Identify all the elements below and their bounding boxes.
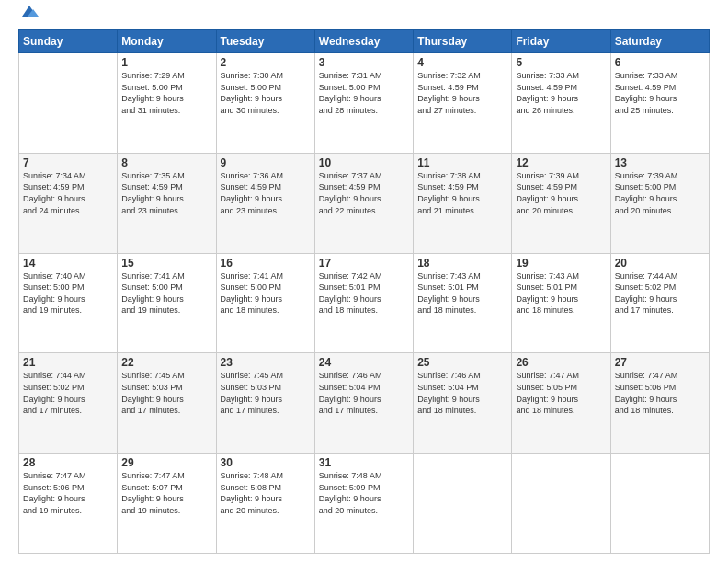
calendar-cell: 7Sunrise: 7:34 AMSunset: 4:59 PMDaylight… — [19, 153, 118, 253]
day-number: 16 — [221, 257, 311, 270]
calendar-cell: 10Sunrise: 7:37 AMSunset: 4:59 PMDayligh… — [314, 153, 413, 253]
day-info: Sunrise: 7:44 AMSunset: 5:02 PMDaylight:… — [23, 370, 113, 416]
day-info: Sunrise: 7:47 AMSunset: 5:06 PMDaylight:… — [615, 370, 705, 416]
calendar-cell: 20Sunrise: 7:44 AMSunset: 5:02 PMDayligh… — [610, 253, 709, 353]
day-info: Sunrise: 7:46 AMSunset: 5:04 PMDaylight:… — [319, 370, 409, 416]
header — [18, 15, 710, 20]
day-number: 14 — [23, 257, 113, 270]
weekday-header: Monday — [118, 30, 216, 53]
day-info: Sunrise: 7:45 AMSunset: 5:03 PMDaylight:… — [221, 370, 311, 416]
calendar-cell: 25Sunrise: 7:46 AMSunset: 5:04 PMDayligh… — [414, 353, 512, 454]
day-number: 24 — [319, 356, 409, 369]
day-info: Sunrise: 7:46 AMSunset: 5:04 PMDaylight:… — [417, 370, 507, 416]
day-info: Sunrise: 7:43 AMSunset: 5:01 PMDaylight:… — [417, 270, 507, 316]
day-info: Sunrise: 7:45 AMSunset: 5:03 PMDaylight:… — [121, 370, 211, 416]
day-info: Sunrise: 7:36 AMSunset: 4:59 PMDaylight:… — [221, 170, 311, 216]
day-number: 7 — [23, 156, 113, 169]
day-info: Sunrise: 7:48 AMSunset: 5:08 PMDaylight:… — [221, 470, 311, 516]
page: SundayMondayTuesdayWednesdayThursdayFrid… — [0, 0, 728, 563]
calendar-cell: 4Sunrise: 7:32 AMSunset: 4:59 PMDaylight… — [414, 53, 512, 154]
calendar-cell: 16Sunrise: 7:41 AMSunset: 5:00 PMDayligh… — [216, 253, 314, 353]
day-number: 1 — [121, 56, 211, 69]
calendar-cell: 24Sunrise: 7:46 AMSunset: 5:04 PMDayligh… — [314, 353, 413, 454]
day-number: 20 — [615, 257, 705, 270]
weekday-header: Saturday — [610, 30, 709, 53]
day-number: 11 — [417, 156, 507, 169]
calendar-cell: 6Sunrise: 7:33 AMSunset: 4:59 PMDaylight… — [610, 53, 709, 154]
calendar-cell — [512, 454, 610, 554]
day-info: Sunrise: 7:48 AMSunset: 5:09 PMDaylight:… — [319, 470, 409, 516]
day-number: 18 — [417, 257, 507, 270]
day-number: 4 — [417, 56, 507, 69]
day-info: Sunrise: 7:41 AMSunset: 5:00 PMDaylight:… — [221, 270, 311, 316]
calendar-cell: 22Sunrise: 7:45 AMSunset: 5:03 PMDayligh… — [118, 353, 216, 454]
calendar-cell: 3Sunrise: 7:31 AMSunset: 5:00 PMDaylight… — [314, 53, 413, 154]
day-info: Sunrise: 7:31 AMSunset: 5:00 PMDaylight:… — [319, 70, 409, 116]
calendar-cell: 11Sunrise: 7:38 AMSunset: 4:59 PMDayligh… — [414, 153, 512, 253]
day-number: 25 — [417, 356, 507, 369]
day-number: 26 — [516, 356, 606, 369]
calendar-cell: 23Sunrise: 7:45 AMSunset: 5:03 PMDayligh… — [216, 353, 314, 454]
logo-icon — [20, 2, 39, 20]
day-number: 30 — [221, 456, 311, 469]
calendar-cell: 27Sunrise: 7:47 AMSunset: 5:06 PMDayligh… — [610, 353, 709, 454]
calendar-cell: 15Sunrise: 7:41 AMSunset: 5:00 PMDayligh… — [118, 253, 216, 353]
calendar-cell: 18Sunrise: 7:43 AMSunset: 5:01 PMDayligh… — [414, 253, 512, 353]
day-number: 13 — [615, 156, 705, 169]
calendar-cell: 14Sunrise: 7:40 AMSunset: 5:00 PMDayligh… — [19, 253, 118, 353]
calendar-cell: 17Sunrise: 7:42 AMSunset: 5:01 PMDayligh… — [314, 253, 413, 353]
day-number: 15 — [121, 257, 211, 270]
calendar-cell: 21Sunrise: 7:44 AMSunset: 5:02 PMDayligh… — [19, 353, 118, 454]
day-info: Sunrise: 7:30 AMSunset: 5:00 PMDaylight:… — [221, 70, 311, 116]
calendar-cell: 1Sunrise: 7:29 AMSunset: 5:00 PMDaylight… — [118, 53, 216, 154]
day-number: 8 — [121, 156, 211, 169]
weekday-header: Tuesday — [216, 30, 314, 53]
weekday-header: Wednesday — [314, 30, 413, 53]
calendar-cell: 13Sunrise: 7:39 AMSunset: 5:00 PMDayligh… — [610, 153, 709, 253]
day-info: Sunrise: 7:37 AMSunset: 4:59 PMDaylight:… — [319, 170, 409, 216]
day-number: 21 — [23, 356, 113, 369]
logo — [18, 15, 39, 20]
day-info: Sunrise: 7:32 AMSunset: 4:59 PMDaylight:… — [417, 70, 507, 116]
calendar-cell: 29Sunrise: 7:47 AMSunset: 5:07 PMDayligh… — [118, 454, 216, 554]
day-number: 27 — [615, 356, 705, 369]
day-number: 10 — [319, 156, 409, 169]
calendar-cell: 5Sunrise: 7:33 AMSunset: 4:59 PMDaylight… — [512, 53, 610, 154]
calendar-cell: 30Sunrise: 7:48 AMSunset: 5:08 PMDayligh… — [216, 454, 314, 554]
day-info: Sunrise: 7:29 AMSunset: 5:00 PMDaylight:… — [121, 70, 211, 116]
calendar-cell: 19Sunrise: 7:43 AMSunset: 5:01 PMDayligh… — [512, 253, 610, 353]
day-number: 9 — [221, 156, 311, 169]
weekday-header: Friday — [512, 30, 610, 53]
day-number: 12 — [516, 156, 606, 169]
day-info: Sunrise: 7:40 AMSunset: 5:00 PMDaylight:… — [23, 270, 113, 316]
day-number: 23 — [221, 356, 311, 369]
calendar-cell: 26Sunrise: 7:47 AMSunset: 5:05 PMDayligh… — [512, 353, 610, 454]
day-number: 6 — [615, 56, 705, 69]
day-info: Sunrise: 7:33 AMSunset: 4:59 PMDaylight:… — [615, 70, 705, 116]
day-info: Sunrise: 7:44 AMSunset: 5:02 PMDaylight:… — [615, 270, 705, 316]
calendar-cell: 31Sunrise: 7:48 AMSunset: 5:09 PMDayligh… — [314, 454, 413, 554]
day-number: 19 — [516, 257, 606, 270]
calendar-cell: 28Sunrise: 7:47 AMSunset: 5:06 PMDayligh… — [19, 454, 118, 554]
weekday-header: Sunday — [19, 30, 118, 53]
weekday-header: Thursday — [414, 30, 512, 53]
calendar-table: SundayMondayTuesdayWednesdayThursdayFrid… — [18, 29, 710, 554]
day-info: Sunrise: 7:34 AMSunset: 4:59 PMDaylight:… — [23, 170, 113, 216]
day-info: Sunrise: 7:35 AMSunset: 4:59 PMDaylight:… — [121, 170, 211, 216]
day-info: Sunrise: 7:47 AMSunset: 5:06 PMDaylight:… — [23, 470, 113, 516]
day-info: Sunrise: 7:47 AMSunset: 5:05 PMDaylight:… — [516, 370, 606, 416]
calendar-cell — [610, 454, 709, 554]
day-info: Sunrise: 7:43 AMSunset: 5:01 PMDaylight:… — [516, 270, 606, 316]
calendar-cell: 12Sunrise: 7:39 AMSunset: 4:59 PMDayligh… — [512, 153, 610, 253]
day-info: Sunrise: 7:39 AMSunset: 4:59 PMDaylight:… — [516, 170, 606, 216]
day-info: Sunrise: 7:42 AMSunset: 5:01 PMDaylight:… — [319, 270, 409, 316]
day-number: 5 — [516, 56, 606, 69]
calendar-cell — [414, 454, 512, 554]
day-number: 31 — [319, 456, 409, 469]
day-info: Sunrise: 7:38 AMSunset: 4:59 PMDaylight:… — [417, 170, 507, 216]
day-info: Sunrise: 7:33 AMSunset: 4:59 PMDaylight:… — [516, 70, 606, 116]
calendar-cell: 8Sunrise: 7:35 AMSunset: 4:59 PMDaylight… — [118, 153, 216, 253]
day-number: 29 — [121, 456, 211, 469]
calendar-cell — [19, 53, 118, 154]
calendar-cell: 9Sunrise: 7:36 AMSunset: 4:59 PMDaylight… — [216, 153, 314, 253]
